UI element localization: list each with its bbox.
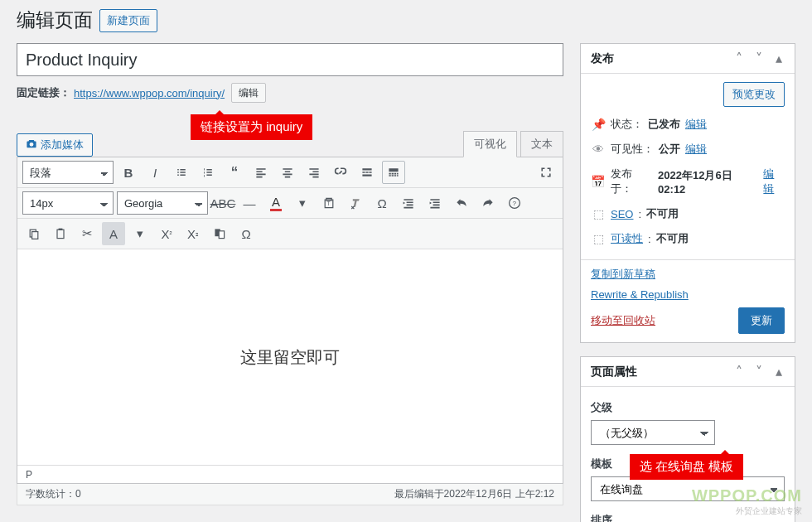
new-page-button[interactable]: 新建页面 [99, 9, 157, 32]
add-media-button[interactable]: 添加媒体 [17, 133, 93, 157]
paste-text-icon[interactable]: T [317, 191, 341, 215]
status-label: 状态： [611, 117, 643, 132]
preview-button[interactable]: 预览更改 [723, 82, 785, 107]
numbered-list-icon[interactable] [196, 161, 220, 184]
clear-format-icon[interactable] [344, 191, 367, 215]
page-attributes-box: 页面属性 ˄ ˅ ▴ 父级 （无父级） 模板 在线询盘 排序 [580, 356, 795, 522]
svg-rect-5 [57, 230, 64, 238]
post-title-input[interactable] [17, 43, 563, 76]
bg-color-dropdown-icon[interactable]: ▾ [128, 222, 152, 245]
publish-box-title: 发布 [591, 51, 614, 66]
chevron-down-icon[interactable]: ˅ [750, 363, 768, 381]
outdent-icon[interactable] [397, 191, 420, 215]
page-title: 编辑页面 [17, 7, 93, 33]
align-center-icon[interactable] [276, 161, 299, 184]
readability-value: 不可用 [656, 231, 689, 246]
rewrite-republish-link[interactable]: Rewrite & Republish [591, 288, 785, 301]
word-count-value: 0 [75, 488, 81, 500]
svg-rect-6 [59, 229, 63, 230]
order-label: 排序 [591, 513, 785, 522]
calendar-icon: 📅 [591, 175, 606, 188]
callout-template: 选 在线询盘 模板 [630, 454, 743, 480]
caret-up-icon[interactable]: ▴ [770, 363, 788, 381]
page-attr-title: 页面属性 [591, 365, 637, 379]
status-edit-link[interactable]: 编辑 [685, 117, 707, 132]
bullet-list-icon[interactable] [170, 161, 193, 184]
move-to-trash-link[interactable]: 移动至回收站 [591, 313, 655, 328]
link-icon[interactable] [329, 161, 352, 184]
seo-icon: ⬚ [591, 207, 606, 220]
bg-color-icon[interactable]: A [102, 222, 125, 245]
svg-rect-8 [219, 231, 224, 239]
published-edit-link[interactable]: 编辑 [763, 167, 785, 196]
toolbar-toggle-icon[interactable] [382, 161, 405, 184]
word-count-label: 字数统计： [26, 488, 75, 500]
caret-up-icon[interactable]: ▴ [770, 50, 788, 68]
strikethrough-icon[interactable]: ABC [211, 191, 234, 215]
permalink-edit-button[interactable]: 编辑 [231, 83, 266, 103]
status-value: 已发布 [648, 117, 680, 132]
published-value: 2022年12月6日02:12 [658, 168, 758, 196]
tab-text[interactable]: 文本 [520, 131, 563, 157]
published-label: 发布于： [611, 167, 653, 196]
visibility-label: 可见性： [611, 142, 654, 157]
help-icon[interactable]: ? [503, 191, 526, 215]
copy-icon[interactable] [22, 222, 46, 245]
svg-rect-4 [32, 232, 38, 239]
editor-box: 段落 B I “ 14px Georgia ABC — A [17, 157, 563, 484]
fullscreen-icon[interactable] [534, 161, 558, 184]
horizontal-rule-icon[interactable]: — [238, 191, 261, 215]
editor-placeholder-note: 这里留空即可 [240, 346, 340, 369]
permalink-label: 固定链接： [17, 85, 70, 100]
permalink-url[interactable]: https://www.wppop.com/inquiry/ [74, 87, 225, 99]
permalink-row: 固定链接： https://www.wppop.com/inquiry/ 编辑 [17, 81, 563, 104]
subscript-icon[interactable]: X₂ [181, 222, 205, 245]
text-color-icon[interactable]: A [264, 191, 288, 215]
template-select[interactable]: 在线询盘 [591, 476, 785, 501]
bold-icon[interactable]: B [117, 161, 140, 184]
anchor-icon[interactable] [208, 222, 231, 245]
redo-icon[interactable] [476, 191, 500, 215]
font-family-select[interactable]: Georgia [117, 191, 208, 215]
parent-label: 父级 [591, 400, 785, 415]
add-media-label: 添加媒体 [41, 138, 84, 152]
readability-icon: ⬚ [591, 232, 606, 245]
align-left-icon[interactable] [249, 161, 273, 184]
last-edit-text: 最后编辑于2022年12月6日 上午2:12 [394, 487, 554, 501]
svg-text:?: ? [513, 200, 517, 207]
font-size-select[interactable]: 14px [22, 191, 114, 215]
blockquote-icon[interactable]: “ [223, 161, 246, 184]
svg-text:T: T [327, 201, 331, 206]
block-format-select[interactable]: 段落 [22, 161, 114, 184]
chevron-up-icon[interactable]: ˄ [730, 50, 748, 68]
editor-path: P [17, 465, 563, 483]
publish-box: 发布 ˄ ˅ ▴ 预览更改 📌 状态： 已发布 编辑 [580, 43, 795, 343]
omega-icon[interactable]: Ω [234, 222, 258, 245]
chevron-up-icon[interactable]: ˄ [730, 363, 748, 381]
tab-visual[interactable]: 可视化 [463, 131, 517, 157]
editor-content-area[interactable]: 这里留空即可 [17, 249, 563, 465]
seo-value: 不可用 [646, 206, 679, 221]
text-color-dropdown-icon[interactable]: ▾ [291, 191, 314, 215]
camera-icon [26, 138, 37, 152]
readability-link[interactable]: 可读性 [611, 231, 643, 246]
eye-icon: 👁 [591, 143, 606, 156]
visibility-value: 公开 [659, 142, 680, 157]
chevron-down-icon[interactable]: ˅ [750, 50, 768, 68]
undo-icon[interactable] [450, 191, 473, 215]
paste-icon[interactable] [49, 222, 72, 245]
special-char-icon[interactable]: Ω [370, 191, 394, 215]
indent-icon[interactable] [423, 191, 447, 215]
cut-icon[interactable]: ✂ [75, 222, 99, 245]
copy-to-draft-link[interactable]: 复制到新草稿 [591, 267, 785, 282]
seo-link[interactable]: SEO [611, 208, 633, 220]
pin-icon: 📌 [591, 118, 606, 131]
italic-icon[interactable]: I [143, 161, 167, 184]
visibility-edit-link[interactable]: 编辑 [685, 142, 707, 157]
callout-permalink: 链接设置为 inquiry [191, 114, 312, 140]
read-more-icon[interactable] [355, 161, 379, 184]
parent-select[interactable]: （无父级） [591, 420, 715, 445]
superscript-icon[interactable]: X² [155, 222, 178, 245]
align-right-icon[interactable] [302, 161, 326, 184]
update-button[interactable]: 更新 [738, 307, 785, 334]
